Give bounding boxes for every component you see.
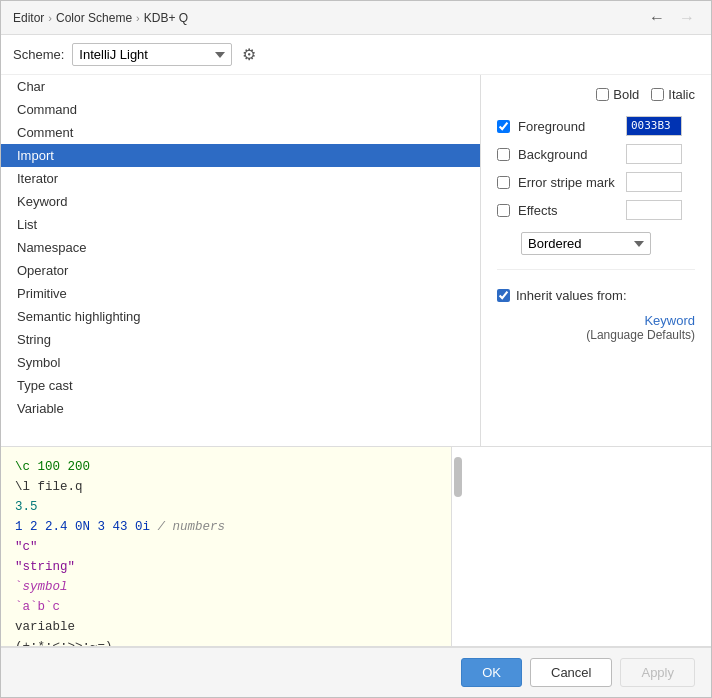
preview-area: \c 100 200 \l file.q 3.5 1 2 2.4 0N 3 43… [1, 447, 711, 647]
foreground-label[interactable]: Foreground [518, 119, 618, 134]
effects-row: Effects [497, 200, 695, 220]
preview-line-1: \c 100 200 [15, 457, 437, 477]
list-item[interactable]: Variable [1, 397, 480, 420]
preview-line-3: 3.5 [15, 497, 437, 517]
breadcrumb: Editor › Color Scheme › KDB+ Q [13, 11, 188, 25]
inherit-row: Inherit values from: [497, 288, 695, 303]
inherit-checkbox[interactable] [497, 289, 510, 302]
foreground-row: Foreground 0033B3 [497, 116, 695, 136]
background-checkbox[interactable] [497, 148, 510, 161]
preview-left: \c 100 200 \l file.q 3.5 1 2 2.4 0N 3 43… [1, 447, 451, 646]
scheme-label: Scheme: [13, 47, 64, 62]
preview-comment: / numbers [158, 520, 226, 534]
right-panel: Bold Italic Foreground 0033B3 Background [481, 75, 711, 446]
nav-buttons: ← → [645, 8, 699, 28]
bold-checkbox[interactable] [596, 88, 609, 101]
gear-button[interactable]: ⚙ [240, 43, 258, 66]
inherit-link-row: Keyword (Language Defaults) [497, 313, 695, 342]
effects-type-select[interactable]: Bordered Underline Bold underline Strike… [521, 232, 651, 255]
error-stripe-label[interactable]: Error stripe mark [518, 175, 618, 190]
list-item[interactable]: List [1, 213, 480, 236]
preview-line-8: `a`b`c [15, 597, 437, 617]
foreground-checkbox[interactable] [497, 120, 510, 133]
list-item[interactable]: Keyword [1, 190, 480, 213]
breadcrumb-color-scheme: Color Scheme [56, 11, 132, 25]
preview-line-7: `symbol [15, 577, 437, 597]
inherit-sub: (Language Defaults) [586, 328, 695, 342]
header: Editor › Color Scheme › KDB+ Q ← → [1, 1, 711, 35]
dialog: Editor › Color Scheme › KDB+ Q ← → Schem… [0, 0, 712, 698]
bold-checkbox-label[interactable]: Bold [596, 87, 639, 102]
inherit-link[interactable]: Keyword [644, 313, 695, 328]
effects-color-swatch[interactable] [626, 200, 682, 220]
effects-dropdown-row: Bordered Underline Bold underline Strike… [497, 232, 695, 255]
list-item[interactable]: Comment [1, 121, 480, 144]
breadcrumb-editor: Editor [13, 11, 44, 25]
list-item[interactable]: Namespace [1, 236, 480, 259]
apply-button[interactable]: Apply [620, 658, 695, 687]
list-item[interactable]: Symbol [1, 351, 480, 374]
italic-checkbox[interactable] [651, 88, 664, 101]
italic-label: Italic [668, 87, 695, 102]
scheme-row: Scheme: IntelliJ Light Darcula High Cont… [1, 35, 711, 75]
effects-label[interactable]: Effects [518, 203, 618, 218]
scrollbar-thumb [454, 457, 462, 497]
background-color-swatch[interactable] [626, 144, 682, 164]
effects-checkbox[interactable] [497, 204, 510, 217]
foreground-color-swatch[interactable]: 0033B3 [626, 116, 682, 136]
list-item[interactable]: Operator [1, 259, 480, 282]
list-item-import[interactable]: Import [1, 144, 480, 167]
bold-italic-row: Bold Italic [497, 87, 695, 102]
preview-line-10: (+;*;<;>>;~=) [15, 637, 437, 646]
breadcrumb-sep-2: › [136, 12, 140, 24]
list-item[interactable]: String [1, 328, 480, 351]
ok-button[interactable]: OK [461, 658, 522, 687]
list-item[interactable]: Primitive [1, 282, 480, 305]
background-row: Background [497, 144, 695, 164]
back-button[interactable]: ← [645, 8, 669, 28]
scheme-select[interactable]: IntelliJ Light Darcula High Contrast [72, 43, 232, 66]
main-content: Char Command Comment Import Iterator Key… [1, 75, 711, 447]
preview-line-9: variable [15, 617, 437, 637]
foreground-color-value: 0033B3 [627, 117, 681, 134]
list-item[interactable]: Char [1, 75, 480, 98]
preview-line-2: \l file.q [15, 477, 437, 497]
separator [497, 269, 695, 270]
list-item[interactable]: Command [1, 98, 480, 121]
forward-button[interactable]: → [675, 8, 699, 28]
left-panel: Char Command Comment Import Iterator Key… [1, 75, 481, 446]
error-stripe-row: Error stripe mark [497, 172, 695, 192]
list-item[interactable]: Semantic highlighting [1, 305, 480, 328]
background-label[interactable]: Background [518, 147, 618, 162]
cancel-button[interactable]: Cancel [530, 658, 612, 687]
preview-line-6: "string" [15, 557, 437, 577]
list-item[interactable]: Type cast [1, 374, 480, 397]
preview-line-5: "c" [15, 537, 437, 557]
preview-right [451, 447, 711, 646]
list-item[interactable]: Iterator [1, 167, 480, 190]
breadcrumb-current: KDB+ Q [144, 11, 188, 25]
inherit-label[interactable]: Inherit values from: [516, 288, 627, 303]
italic-checkbox-label[interactable]: Italic [651, 87, 695, 102]
preview-line-4: 1 2 2.4 0N 3 43 0i / numbers [15, 517, 437, 537]
footer: OK Cancel Apply [1, 647, 711, 697]
error-stripe-checkbox[interactable] [497, 176, 510, 189]
error-stripe-color-swatch[interactable] [626, 172, 682, 192]
preview-numbers: 1 2 2.4 0N 3 43 0i [15, 520, 150, 534]
breadcrumb-sep-1: › [48, 12, 52, 24]
bold-label: Bold [613, 87, 639, 102]
